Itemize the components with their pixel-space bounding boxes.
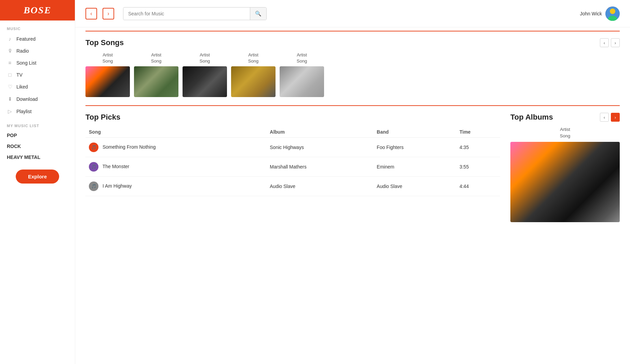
sidebar-featured-label: Featured (16, 36, 36, 42)
row2-band: Eminem (373, 157, 456, 177)
row1-band: Foo Fighters (373, 138, 456, 157)
forward-button[interactable]: › (103, 8, 114, 19)
row3-album: Audio Slave (266, 177, 373, 196)
svg-point-1 (610, 9, 615, 14)
song-card-5[interactable]: Artist Song (280, 52, 324, 97)
song-card-2-image (134, 66, 178, 97)
top-picks-header: Top Picks (85, 113, 500, 122)
album-artist-song-label: Artist Song (510, 126, 620, 139)
main-content: ‹ › 🔍 John Wick Top Songs ‹ › (75, 0, 630, 364)
sidebar-radio-label: Radio (16, 48, 29, 54)
row3-icon: 🎵 (89, 181, 98, 191)
sidebar-genre-pop[interactable]: POP (0, 130, 75, 141)
top-albums-next-button[interactable]: › (611, 113, 620, 122)
album-cover-image (510, 142, 620, 222)
sidebar-download-label: Download (16, 96, 38, 102)
avatar (605, 6, 620, 21)
song-card-5-label: Artist Song (297, 52, 307, 64)
song-card-3-label: Artist Song (200, 52, 210, 64)
sidebar-genre-heavymetal[interactable]: HEAVY METAL (0, 152, 75, 163)
row1-song: 🎵 Something From Nothing (85, 138, 266, 157)
top-divider (85, 31, 620, 31)
table-row-3[interactable]: 🎵 I Am Highway Audio Slave Audio Slave 4… (85, 177, 500, 196)
top-songs-grid: Artist Song Artist Song Artist Song (85, 52, 620, 97)
song-card-3-image (183, 66, 227, 97)
user-name: John Wick (580, 11, 602, 16)
col-header-song: Song (85, 126, 266, 138)
top-albums-section: Top Albums ‹ › Artist Song (510, 113, 620, 222)
search-bar: 🔍 (123, 7, 267, 20)
song-card-1-label: Artist Song (103, 52, 113, 64)
row1-album: Sonic Highways (266, 138, 373, 157)
song-card-1-image (85, 66, 130, 97)
bottom-section: Top Picks Song Album Band Time (85, 113, 620, 222)
middle-divider (85, 105, 620, 106)
song-card-4-image (231, 66, 276, 97)
top-songs-title: Top Songs (85, 38, 124, 47)
sidebar-genre-rock[interactable]: ROCK (0, 141, 75, 152)
list-icon: ≡ (7, 60, 13, 66)
heart-icon: ♡ (7, 84, 13, 90)
bose-logo-text: BOSE (24, 5, 51, 16)
sidebar-item-download[interactable]: ⬇ Download (0, 93, 75, 105)
col-header-album: Album (266, 126, 373, 138)
song-card-2[interactable]: Artist Song (134, 52, 178, 97)
row3-band: Audio Slave (373, 177, 456, 196)
search-button[interactable]: 🔍 (250, 8, 266, 20)
table-row-1[interactable]: 🎵 Something From Nothing Sonic Highways … (85, 138, 500, 157)
user-area: John Wick (580, 6, 620, 21)
sidebar-item-liked[interactable]: ♡ Liked (0, 81, 75, 93)
row2-album: Marshall Mathers (266, 157, 373, 177)
top-picks-section: Top Picks Song Album Band Time (85, 113, 500, 222)
content-area: Top Songs ‹ › Artist Song Artist Song (75, 27, 630, 232)
song-card-5-image (280, 66, 324, 97)
search-input[interactable] (123, 8, 250, 19)
radio-icon: 🎙 (7, 48, 13, 54)
song-card-2-label: Artist Song (151, 52, 161, 64)
top-albums-prev-button[interactable]: ‹ (600, 113, 609, 122)
row3-song: 🎵 I Am Highway (85, 177, 266, 196)
top-albums-nav: ‹ › (600, 113, 620, 122)
music-section-label: MUSIC (0, 21, 75, 33)
row1-icon: 🎵 (89, 143, 98, 152)
top-albums-title: Top Albums (510, 113, 553, 122)
sidebar-playlist-label: Playlist (16, 109, 31, 114)
music-note-icon: ♪ (7, 36, 13, 42)
top-songs-prev-button[interactable]: ‹ (600, 38, 609, 47)
sidebar-songlist-label: Song List (16, 60, 36, 66)
sidebar-item-tv[interactable]: □ TV (0, 69, 75, 81)
sidebar-liked-label: Liked (16, 84, 28, 90)
top-songs-nav: ‹ › (600, 38, 620, 47)
top-albums-header: Top Albums ‹ › (510, 113, 620, 122)
song-card-4-label: Artist Song (248, 52, 258, 64)
download-icon: ⬇ (7, 96, 13, 102)
sidebar-item-featured[interactable]: ♪ Featured (0, 33, 75, 45)
row3-time: 4:44 (456, 177, 500, 196)
song-card-4[interactable]: Artist Song (231, 52, 276, 97)
my-music-list-label: MY MUSIC LIST (0, 118, 75, 130)
song-card-3[interactable]: Artist Song (183, 52, 227, 97)
sidebar-logo: BOSE (0, 0, 75, 21)
col-header-band: Band (373, 126, 456, 138)
col-header-time: Time (456, 126, 500, 138)
top-picks-title: Top Picks (85, 113, 120, 122)
sidebar-item-playlist[interactable]: ▷ Playlist (0, 105, 75, 118)
row2-time: 3:55 (456, 157, 500, 177)
picks-table: Song Album Band Time 🎵 Something From No… (85, 126, 500, 196)
explore-button[interactable]: Explore (16, 170, 59, 184)
table-row-2[interactable]: 🎵 The Monster Marshall Mathers Eminem 3:… (85, 157, 500, 177)
top-songs-header: Top Songs ‹ › (85, 38, 620, 47)
song-card-1[interactable]: Artist Song (85, 52, 130, 97)
tv-icon: □ (7, 72, 13, 78)
header: ‹ › 🔍 John Wick (75, 0, 630, 27)
row2-icon: 🎵 (89, 162, 98, 172)
back-button[interactable]: ‹ (85, 8, 97, 19)
picks-table-header-row: Song Album Band Time (85, 126, 500, 138)
sidebar-item-radio[interactable]: 🎙 Radio (0, 45, 75, 57)
row2-song: 🎵 The Monster (85, 157, 266, 177)
top-songs-next-button[interactable]: › (611, 38, 620, 47)
row1-time: 4:35 (456, 138, 500, 157)
sidebar-item-songlist[interactable]: ≡ Song List (0, 57, 75, 69)
play-icon: ▷ (7, 108, 13, 114)
sidebar: BOSE MUSIC ♪ Featured 🎙 Radio ≡ Song Lis… (0, 0, 75, 364)
